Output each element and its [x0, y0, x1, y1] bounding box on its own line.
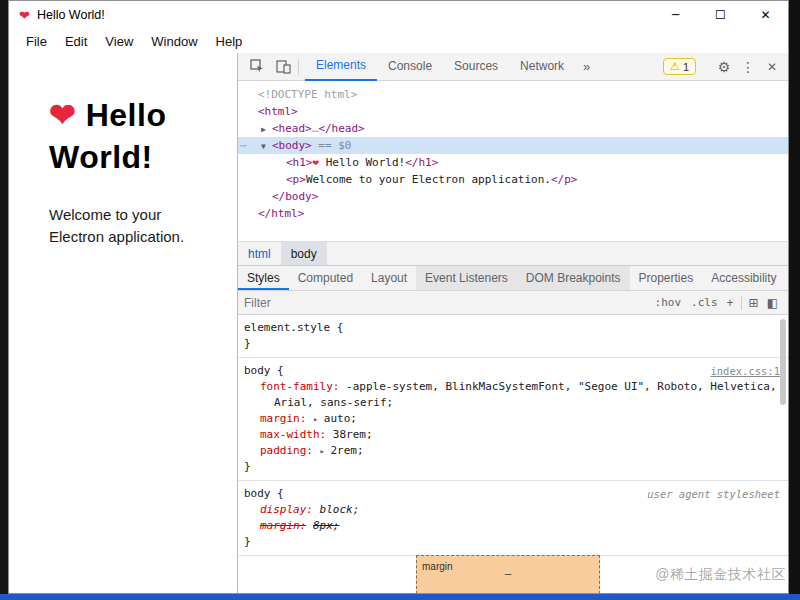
devtools-close-icon[interactable]: ✕ — [760, 60, 784, 74]
css-property-value[interactable]: auto; — [324, 412, 357, 425]
dom-tree-row[interactable]: <h1>❤ Hello World!</h1> — [238, 154, 788, 171]
close-button[interactable]: ✕ — [743, 1, 788, 29]
window-controls: ─ ☐ ✕ — [653, 1, 788, 29]
tab-console[interactable]: Console — [377, 53, 443, 81]
dom-tree-row[interactable]: </html> — [238, 205, 788, 222]
shorthand-expand-icon[interactable]: ▸ — [313, 414, 324, 424]
warning-icon: ⚠ — [670, 60, 680, 73]
style-rule: element.style {} — [238, 315, 788, 358]
app-paragraph: Welcome to your Electron application. — [49, 204, 204, 248]
css-property-name[interactable]: padding: — [260, 444, 313, 457]
computed-panel-icon[interactable]: ⊞ — [745, 296, 763, 310]
stylesheet-source-link[interactable]: user agent stylesheet — [647, 486, 780, 502]
background-window-right — [789, 0, 800, 600]
more-tabs-icon[interactable]: » — [575, 59, 598, 74]
sidebar-dock-icon[interactable]: ◧ — [763, 296, 782, 310]
css-property[interactable]: padding: ▸ 2rem; — [244, 443, 780, 459]
tab-sources[interactable]: Sources — [443, 53, 509, 81]
maximize-button[interactable]: ☐ — [698, 1, 743, 29]
crumb-html[interactable]: html — [238, 242, 281, 265]
dom-token: Welcome to your Electron application. — [306, 173, 551, 186]
css-property[interactable]: display: block; — [244, 502, 780, 518]
css-property-value[interactable]: 38rem; — [333, 428, 373, 441]
menu-help[interactable]: Help — [207, 34, 252, 49]
css-property-name[interactable]: margin: — [260, 519, 306, 532]
styles-pane: element.style {}index.css:1body {font-fa… — [238, 315, 788, 593]
expand-arrow-icon[interactable]: ▼ — [261, 138, 266, 155]
tab-computed[interactable]: Computed — [289, 266, 362, 290]
dom-token: <!DOCTYPE html> — [258, 88, 357, 101]
titlebar: ❤ Hello World! ─ ☐ ✕ — [9, 1, 788, 29]
menu-file[interactable]: File — [17, 34, 56, 49]
dom-tree-row[interactable]: </body> — [238, 188, 788, 205]
css-property[interactable]: margin: 8px; — [244, 518, 780, 534]
crumb-body[interactable]: body — [281, 242, 327, 265]
dom-tree-row[interactable]: ⋯▼<body> == $0 — [238, 137, 788, 154]
rule-selector[interactable]: body — [244, 364, 271, 377]
tab-layout[interactable]: Layout — [362, 266, 416, 290]
rule-selector[interactable]: body — [244, 487, 271, 500]
dom-tree-row[interactable]: ▶<head>…</head> — [238, 120, 788, 137]
device-toolbar-icon[interactable] — [270, 54, 296, 80]
rule-close-brace: } — [244, 459, 780, 475]
menu-edit[interactable]: Edit — [56, 34, 96, 49]
dom-token: </head> — [318, 122, 364, 135]
box-model-margin-top-value: – — [417, 566, 599, 582]
css-property[interactable]: max-width: 38rem; — [244, 427, 780, 443]
css-property-value[interactable]: 2rem; — [330, 444, 363, 457]
dom-token: == $0 — [312, 139, 352, 152]
styles-filter-input[interactable] — [244, 296, 650, 310]
css-property-name[interactable]: margin: — [260, 412, 306, 425]
tab-elements[interactable]: Elements — [305, 53, 377, 81]
styles-filter-bar: :hov .cls + ⊞ ◧ — [238, 291, 788, 315]
app-heading: ❤ Hello World! — [49, 95, 219, 178]
css-property[interactable]: margin: ▸ auto; — [244, 411, 780, 427]
css-property-name[interactable]: max-width: — [260, 428, 326, 441]
background-window-left — [0, 0, 8, 600]
css-property[interactable]: font-family: -apple-system, BlinkMacSyst… — [244, 379, 780, 411]
dom-tree-row[interactable]: <!DOCTYPE html> — [238, 86, 788, 103]
dom-tree: <!DOCTYPE html><html>▶<head>…</head>⋯▼<b… — [238, 81, 788, 241]
app-heart-icon: ❤ — [19, 8, 30, 23]
style-rule: index.css:1body {font-family: -apple-sys… — [238, 358, 788, 481]
minimize-button[interactable]: ─ — [653, 1, 698, 29]
window-title: Hello World! — [37, 8, 105, 22]
css-property-value[interactable]: -apple-system, BlinkMacSystemFont, "Sego… — [274, 380, 777, 409]
warning-count: 1 — [683, 61, 689, 73]
tab-dom-breakpoints[interactable]: DOM Breakpoints — [517, 266, 630, 290]
tab-properties[interactable]: Properties — [630, 266, 703, 290]
tab-accessibility[interactable]: Accessibility — [702, 266, 785, 290]
shorthand-expand-icon[interactable]: ▸ — [320, 446, 331, 456]
css-property-name[interactable]: display: — [260, 503, 313, 516]
tab-styles[interactable]: Styles — [238, 266, 289, 290]
dom-token: <html> — [258, 105, 298, 118]
menubar: File Edit View Window Help — [9, 29, 788, 53]
rule-selector[interactable]: element.style — [244, 321, 330, 334]
css-property-name[interactable]: font-family: — [260, 380, 339, 393]
toolbar-right: ⚠1 ⚙ ⋮ ✕ — [663, 58, 784, 75]
expand-arrow-icon[interactable]: ▶ — [261, 121, 266, 138]
dom-token: <p> — [286, 173, 306, 186]
toolbar-divider — [298, 59, 299, 75]
settings-gear-icon[interactable]: ⚙ — [712, 59, 736, 75]
dom-tree-row[interactable]: <html> — [238, 103, 788, 120]
rule-close-brace: } — [244, 534, 780, 550]
menu-window[interactable]: Window — [142, 34, 206, 49]
tab-event-listeners[interactable]: Event Listeners — [416, 266, 517, 290]
class-toggle[interactable]: .cls — [686, 296, 723, 309]
css-property-value[interactable]: block; — [320, 503, 360, 516]
warning-badge[interactable]: ⚠1 — [663, 58, 696, 75]
inspect-element-icon[interactable] — [244, 54, 270, 80]
kebab-menu-icon[interactable]: ⋮ — [736, 59, 760, 75]
hover-state-toggle[interactable]: :hov — [650, 296, 687, 309]
stylesheet-source-link[interactable]: index.css:1 — [710, 363, 780, 379]
box-model-margin[interactable]: margin – — [416, 555, 600, 593]
new-style-rule-icon[interactable]: + — [723, 296, 738, 310]
css-property-value[interactable]: 8px; — [313, 519, 340, 532]
rule-header: element.style { — [244, 320, 780, 336]
dom-tree-row[interactable]: <p>Welcome to your Electron application.… — [238, 171, 788, 188]
styles-scrollbar[interactable] — [780, 319, 786, 405]
screen: ❤ Hello World! ─ ☐ ✕ File Edit View Wind… — [0, 0, 800, 600]
tab-network[interactable]: Network — [509, 53, 575, 81]
menu-view[interactable]: View — [96, 34, 142, 49]
